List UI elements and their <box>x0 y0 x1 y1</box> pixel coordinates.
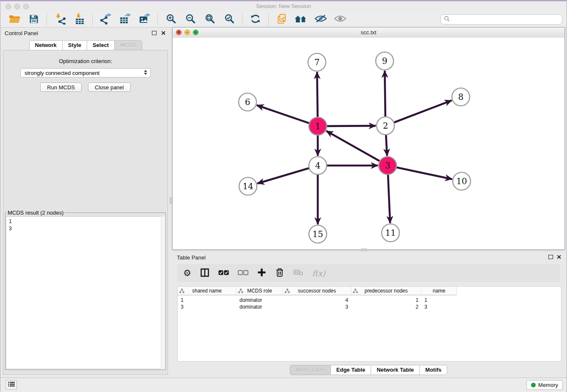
import-table-button[interactable] <box>72 13 87 26</box>
float-panel-icon[interactable] <box>152 31 157 35</box>
graph-node-8[interactable]: 8 <box>452 88 470 106</box>
run-mcds-button[interactable]: Run MCDS <box>40 83 82 92</box>
control-panel-tabs: NetworkStyleSelectMCDS <box>0 40 171 50</box>
import-network-button[interactable] <box>52 13 68 26</box>
graph-node-6[interactable]: 6 <box>239 93 256 111</box>
close-table-panel-icon[interactable]: ✕ <box>556 253 561 261</box>
table-cell[interactable]: 3 <box>283 304 351 310</box>
column-header-label: MCDS role <box>247 288 272 294</box>
search-box[interactable] <box>440 14 562 25</box>
add-row-button[interactable] <box>257 268 266 279</box>
zoom-out-icon <box>185 14 196 25</box>
table-cell[interactable]: dominator <box>237 297 283 303</box>
columns-icon <box>200 268 209 279</box>
graph-node-1[interactable]: 1 <box>309 117 327 135</box>
table-cell[interactable]: 2 <box>351 304 421 310</box>
graph-edge-4-14[interactable] <box>257 168 309 183</box>
tab-node-table[interactable]: Node Table <box>290 365 331 375</box>
clear-all-button[interactable] <box>238 268 248 279</box>
graph-node-2[interactable]: 2 <box>377 117 394 135</box>
float-table-panel-icon[interactable] <box>548 255 553 259</box>
close-panel-button[interactable]: Close panel <box>88 83 131 92</box>
tab-mcds[interactable]: MCDS <box>114 40 142 50</box>
table-row[interactable]: 3dominator323 <box>178 304 561 310</box>
table-cell[interactable]: 1 <box>178 297 237 303</box>
graph-node-4[interactable]: 4 <box>309 157 327 174</box>
graph-node-10[interactable]: 10 <box>453 172 471 190</box>
save-session-button[interactable] <box>26 13 41 26</box>
zoom-out-button[interactable] <box>183 13 198 26</box>
zoom-in-button[interactable] <box>163 13 179 26</box>
column-header-successor-nodes[interactable]: successor nodes <box>283 287 351 295</box>
graph-edge-2-9[interactable] <box>385 71 385 117</box>
zoom-selected-button[interactable] <box>222 13 237 26</box>
tab-select[interactable]: Select <box>87 40 115 50</box>
graph-node-9[interactable]: 9 <box>376 52 394 70</box>
import-network-icon <box>55 13 66 26</box>
graph-edge-2-3[interactable] <box>386 135 387 156</box>
graph-node-15[interactable]: 15 <box>309 225 327 243</box>
hide-selected-button[interactable] <box>313 13 328 26</box>
search-input[interactable] <box>452 16 559 23</box>
graph-node-label: 9 <box>382 56 388 66</box>
tab-network[interactable]: Network <box>29 40 63 50</box>
table-options-button[interactable]: ⚙ <box>183 268 191 279</box>
graph-edge-1-6[interactable] <box>257 105 309 123</box>
graph-edge-3-1[interactable] <box>326 131 380 161</box>
criterion-select[interactable]: strongly connected component <box>20 68 151 77</box>
column-header-shared-name[interactable]: shared name <box>178 287 237 295</box>
graph-node-3[interactable]: 3 <box>379 157 396 174</box>
close-panel-icon[interactable]: ✕ <box>161 29 166 37</box>
zoom-selected-icon <box>224 14 235 25</box>
task-history-button[interactable] <box>6 380 17 389</box>
network-canvas[interactable]: 7968124314101511 <box>173 38 564 249</box>
delete-row-button[interactable] <box>275 268 284 279</box>
mcds-result-text[interactable]: 1 3 <box>6 216 165 369</box>
result-scrollbar[interactable] <box>161 216 165 369</box>
table-row[interactable]: 1dominator411 <box>178 297 561 304</box>
export-table-button[interactable] <box>118 13 133 26</box>
network-window-title: scc.txt <box>173 29 564 36</box>
graph-node-14[interactable]: 14 <box>239 177 257 195</box>
show-all-button[interactable] <box>333 13 348 26</box>
table-cell[interactable]: 1 <box>351 297 421 303</box>
graph-edge-2-8[interactable] <box>394 100 452 122</box>
show-column-button[interactable] <box>200 268 209 279</box>
tab-edge-table[interactable]: Edge Table <box>330 365 371 375</box>
tab-style[interactable]: Style <box>62 40 87 50</box>
tab-motifs[interactable]: Motifs <box>419 365 447 375</box>
column-header-MCDS-role[interactable]: MCDS role <box>237 287 283 295</box>
export-image-button[interactable] <box>137 13 152 26</box>
graph-edge-1-7[interactable] <box>317 72 317 117</box>
refresh-view-button[interactable] <box>248 13 263 26</box>
copy-view-button[interactable] <box>274 13 289 26</box>
tab-network-table[interactable]: Network Table <box>371 365 420 375</box>
graph-node-11[interactable]: 11 <box>382 224 399 242</box>
graph-edge-3-10[interactable] <box>396 167 452 179</box>
select-all-button[interactable] <box>218 268 229 279</box>
vertical-splitter-handle[interactable] <box>170 197 172 204</box>
function-builder-button[interactable]: f(x) <box>312 268 325 279</box>
table-cell[interactable]: 3 <box>178 304 237 310</box>
column-header-predecessor-nodes[interactable]: predecessor nodes <box>351 287 421 295</box>
first-neighbors-button[interactable] <box>294 13 309 26</box>
table-cell[interactable]: 1 <box>421 297 457 303</box>
toolbar-separator <box>92 14 93 25</box>
network-window-titlebar[interactable]: ✕ − + scc.txt <box>173 28 564 38</box>
open-session-button[interactable] <box>7 13 22 26</box>
table-cell[interactable]: dominator <box>237 304 283 310</box>
main-toolbar <box>0 12 567 28</box>
toolbar-separator <box>242 14 243 25</box>
table-cell[interactable]: 4 <box>283 297 351 303</box>
graph-node-7[interactable]: 7 <box>308 53 326 71</box>
zoom-fit-button[interactable] <box>202 13 217 26</box>
table-cell[interactable]: 3 <box>421 304 457 310</box>
horizontal-splitter-handle[interactable] <box>361 248 367 251</box>
graph-edge-1-2[interactable] <box>327 126 376 126</box>
delete-table-button[interactable] <box>293 268 303 279</box>
graph-edge-3-11[interactable] <box>388 174 390 223</box>
memory-button[interactable]: Memory <box>526 380 563 390</box>
search-icon <box>444 16 450 23</box>
column-header-name[interactable]: name <box>421 287 457 295</box>
export-network-button[interactable] <box>98 13 113 26</box>
